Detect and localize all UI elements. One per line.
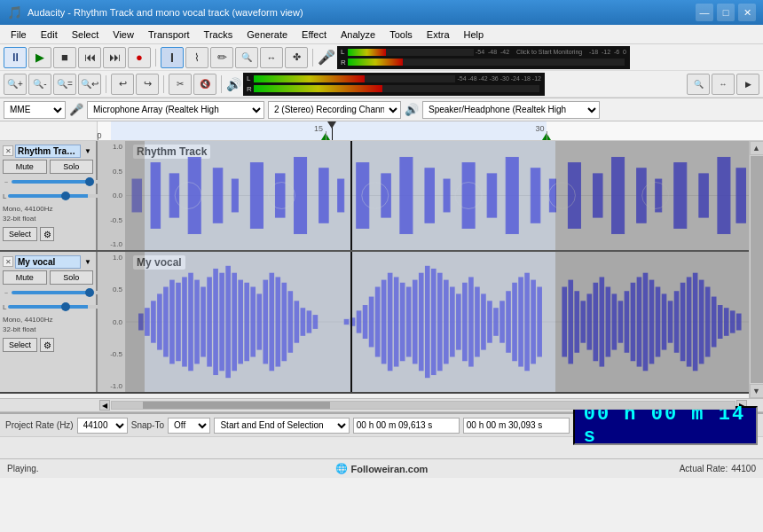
- menu-edit[interactable]: Edit: [34, 27, 65, 42]
- rhythm-track-name[interactable]: Rhythm Trac...: [15, 145, 81, 158]
- menu-view[interactable]: View: [106, 27, 141, 42]
- redo-button[interactable]: ↪: [136, 74, 159, 95]
- menu-tools[interactable]: Tools: [382, 27, 420, 42]
- vocal-track-close[interactable]: ✕: [3, 256, 13, 267]
- rhythm-select-button[interactable]: Select: [3, 227, 37, 241]
- zoom-sel-button[interactable]: 🔍: [687, 74, 710, 95]
- maximize-button[interactable]: □: [717, 4, 735, 21]
- digital-time-value: 00 h 00 m 14 s: [584, 403, 747, 448]
- menu-file[interactable]: File: [4, 27, 34, 42]
- time-shift-tool[interactable]: ↔: [260, 47, 283, 68]
- envelope-tool[interactable]: ⌇: [185, 47, 208, 68]
- app-icon: 🎵: [7, 5, 22, 20]
- toolbar-separator-4: [163, 75, 164, 93]
- undo-button[interactable]: ↩: [111, 74, 134, 95]
- selection-end-input[interactable]: [463, 418, 570, 434]
- menu-transport[interactable]: Transport: [141, 27, 197, 42]
- rhythm-track-arrow[interactable]: ▼: [83, 145, 93, 156]
- channel-select[interactable]: 2 (Stereo) Recording Chann ...: [268, 101, 401, 119]
- output-device-select[interactable]: Speaker/Headphone (Realtek High: [422, 101, 600, 119]
- scroll-up-button[interactable]: ▲: [750, 141, 764, 155]
- project-rate-label: Project Rate (Hz): [5, 420, 74, 430]
- multi-tool[interactable]: ✤: [285, 47, 308, 68]
- audio-host-select[interactable]: MME: [4, 101, 66, 119]
- silence-button[interactable]: 🔇: [193, 74, 216, 95]
- devicebar: MME 🎤 Microphone Array (Realtek High 2 (…: [0, 98, 763, 121]
- selection-tool[interactable]: I: [161, 47, 184, 68]
- rhythm-track-info: Mono, 44100Hz 32-bit float: [3, 204, 93, 223]
- window-title: Audacity - Rhythm Track and mono vocal t…: [28, 7, 696, 18]
- window-controls: — □ ✕: [696, 4, 756, 21]
- scroll-left-button[interactable]: ◀: [99, 400, 110, 411]
- project-rate-select[interactable]: 44100: [77, 418, 128, 434]
- menu-tracks[interactable]: Tracks: [197, 27, 240, 42]
- trim-button[interactable]: ✂: [169, 74, 192, 95]
- rhythm-waveform[interactable]: 1.0 0.5 0.0 -0.5 -1.0 Rhythm Track: [98, 141, 749, 250]
- digital-time-display: 00 h 00 m 14 s: [573, 406, 758, 445]
- record-button[interactable]: ●: [128, 47, 151, 68]
- zoom-fit2-button[interactable]: ↔: [712, 74, 735, 95]
- toolbar-row-1: ⏸ ▶ ■ ⏮ ⏭ ● I ⌇ ✏ 🔍 ↔ ✤ 🎤 L -54 -48 -42 …: [0, 44, 763, 71]
- zoom-out-button[interactable]: 🔍-: [28, 74, 51, 95]
- menu-select[interactable]: Select: [65, 27, 106, 42]
- actual-rate-display: Actual Rate: 44100: [680, 464, 756, 473]
- rhythm-track-close[interactable]: ✕: [3, 145, 13, 156]
- zoom-reset-button[interactable]: 🔍↩: [78, 74, 101, 95]
- menu-extra[interactable]: Extra: [420, 27, 457, 42]
- zoom-fit-button[interactable]: 🔍=: [53, 74, 76, 95]
- toolbar-separator-3: [106, 75, 106, 93]
- rhythm-mute-button[interactable]: Mute: [3, 160, 47, 174]
- vertical-scrollbar[interactable]: ▲ ▼: [749, 141, 763, 398]
- vocal-solo-button[interactable]: Solo: [50, 270, 94, 285]
- h-scroll-track[interactable]: [111, 401, 735, 410]
- skip-start-button[interactable]: ⏮: [78, 47, 101, 68]
- play-button[interactable]: ▶: [28, 47, 51, 68]
- toolbars: ⏸ ▶ ■ ⏮ ⏭ ● I ⌇ ✏ 🔍 ↔ ✤ 🎤 L -54 -48 -42 …: [0, 44, 763, 98]
- actual-rate-value: 44100: [731, 464, 756, 473]
- menu-help[interactable]: Help: [457, 27, 492, 42]
- snap-to-select[interactable]: Off: [168, 418, 210, 434]
- menubar: File Edit Select View Transport Tracks G…: [0, 25, 763, 44]
- menu-effect[interactable]: Effect: [295, 27, 334, 42]
- toolbar-row-2: 🔍+ 🔍- 🔍= 🔍↩ ↩ ↪ ✂ 🔇 🔊 L -54 -48 -42 -36 …: [0, 71, 763, 98]
- speaker-icon: 🔊: [226, 77, 241, 91]
- vocal-waveform[interactable]: 1.0 0.5 0.0 -0.5 -1.0 My vocal: [98, 252, 749, 392]
- menu-generate[interactable]: Generate: [240, 27, 295, 42]
- toolbar-separator-5: [221, 75, 222, 93]
- bottombar: Project Rate (Hz) 44100 Snap-To Off Star…: [0, 412, 763, 458]
- vocal-track-info: Mono, 44100Hz 32-bit float: [3, 315, 93, 334]
- vocal-mute-button[interactable]: Mute: [3, 270, 47, 285]
- statusbar: Playing. 🌐 Followeiran.com Actual Rate: …: [0, 458, 763, 478]
- track-vocal: ✕ My vocal ▼ Mute Solo － ＋ L R: [0, 252, 749, 394]
- play-speed[interactable]: ▶: [736, 74, 759, 95]
- scroll-thumb[interactable]: [751, 156, 763, 383]
- zoom-in-tool[interactable]: 🔍: [235, 47, 258, 68]
- close-button[interactable]: ✕: [738, 4, 756, 21]
- h-scroll-thumb[interactable]: [143, 402, 330, 409]
- vocal-track-controls: ✕ My vocal ▼ Mute Solo － ＋ L R: [0, 252, 98, 392]
- vocal-track-name[interactable]: My vocal: [15, 255, 81, 269]
- vocal-settings-button[interactable]: ⚙: [40, 338, 54, 352]
- vocal-track-arrow[interactable]: ▼: [83, 256, 93, 267]
- selection-start-input[interactable]: [353, 418, 460, 434]
- snap-to-label: Snap-To: [131, 420, 164, 430]
- draw-tool[interactable]: ✏: [210, 47, 233, 68]
- scroll-down-button[interactable]: ▼: [750, 384, 764, 398]
- menu-analyze[interactable]: Analyze: [334, 27, 382, 42]
- speaker-device-icon: 🔊: [405, 103, 419, 116]
- skip-end-button[interactable]: ⏭: [103, 47, 126, 68]
- ruler-inner: 0 15 30: [98, 121, 749, 140]
- pause-button[interactable]: ⏸: [4, 47, 27, 68]
- stop-button[interactable]: ■: [53, 47, 76, 68]
- titlebar: 🎵 Audacity - Rhythm Track and mono vocal…: [0, 0, 763, 25]
- rhythm-settings-button[interactable]: ⚙: [40, 227, 54, 241]
- actual-rate-label: Actual Rate:: [680, 464, 728, 473]
- selection-format-select[interactable]: Start and End of Selection: [214, 418, 349, 434]
- mic-device-select[interactable]: Microphone Array (Realtek High: [87, 101, 264, 119]
- toolbar-separator-2: [312, 49, 313, 66]
- minimize-button[interactable]: —: [696, 4, 713, 21]
- rhythm-solo-button[interactable]: Solo: [50, 160, 94, 174]
- vocal-select-button[interactable]: Select: [3, 338, 37, 352]
- zoom-in-button[interactable]: 🔍+: [4, 74, 27, 95]
- status-text: Playing.: [7, 464, 39, 473]
